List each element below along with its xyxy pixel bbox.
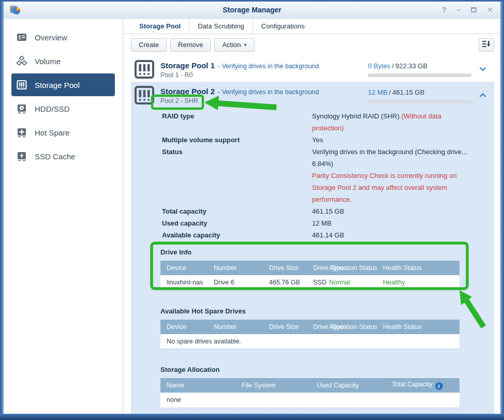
help-button[interactable]: ?	[442, 6, 447, 13]
field-value: Synology Hybrid RAID (SHR) (Without data…	[312, 110, 475, 134]
used-capacity-link[interactable]: 0 Bytes	[368, 62, 390, 70]
action-button-label: Action	[222, 41, 241, 49]
column-header-drive-type[interactable]: Drive Type	[307, 320, 329, 334]
drive-info-title: Drive Info	[160, 248, 494, 256]
usage-separator: /	[389, 88, 391, 96]
column-header-drive-size[interactable]: Drive Size	[263, 320, 307, 334]
total-capacity-text: 461.15 GB	[392, 88, 424, 96]
window-body: Overview Volume Storage Pool	[4, 19, 500, 414]
minimize-button[interactable]: –	[456, 6, 461, 13]
pool-row-storage-pool-1[interactable]: Storage Pool 1 - Verifying drives in the…	[131, 56, 494, 82]
window-controls: ? – ✕	[442, 6, 493, 13]
column-header-health-status[interactable]: Health Status	[377, 320, 459, 334]
hot-spare-icon	[16, 127, 27, 138]
column-header-number[interactable]: Number	[207, 261, 263, 275]
field-value: 461.15 GB	[312, 205, 475, 217]
pool-row-storage-pool-2[interactable]: Storage Pool 2 - Verifying drives in the…	[131, 82, 494, 108]
sidebar-item-ssd-cache[interactable]: SSD Cache	[11, 145, 115, 168]
info-icon[interactable]: i	[435, 382, 443, 390]
field-label: Total capacity	[162, 205, 312, 217]
column-header-allocation-status[interactable]: Allocation Status	[329, 320, 377, 334]
field-value: Yes	[312, 134, 475, 146]
status-value: Verifying drives in the background (Chec…	[312, 146, 475, 170]
storage-allocation-title: Storage Allocation	[160, 366, 494, 373]
tab-data-scrubbing[interactable]: Data Scrubbing	[189, 19, 253, 34]
detail-row-total-capacity: Total capacity 461.15 GB	[131, 205, 494, 217]
action-dropdown-button[interactable]: Action ▾	[214, 38, 254, 52]
close-button[interactable]: ✕	[487, 6, 493, 13]
sidebar-item-hdd-ssd[interactable]: HDD/SSD	[11, 97, 115, 120]
create-button[interactable]: Create	[131, 38, 167, 52]
empty-message: none	[160, 393, 459, 408]
sidebar-item-overview[interactable]: Overview	[11, 26, 115, 49]
sidebar-item-label: HDD/SSD	[35, 104, 70, 113]
column-header-name[interactable]: Name	[160, 378, 235, 393]
toolbar: Create Remove Action ▾	[123, 34, 500, 55]
chevron-down-icon: ▾	[244, 42, 247, 48]
storage-manager-window: Storage Manager ? – ✕ Overview Vol	[0, 0, 504, 420]
maximize-button[interactable]	[471, 7, 477, 12]
titlebar: Storage Manager ? – ✕	[4, 2, 500, 19]
detail-row-raid-type: RAID type Synology Hybrid RAID (SHR) (Wi…	[131, 110, 494, 134]
column-header-device[interactable]: Device	[160, 261, 207, 275]
hot-spare-empty-row: No spare drives available.	[160, 334, 459, 349]
hdd-icon	[16, 103, 27, 114]
pool-usage: 0 Bytes/922.33 GB	[368, 61, 471, 77]
sidebar-item-storage-pool[interactable]: Storage Pool	[11, 73, 115, 96]
column-header-number[interactable]: Number	[207, 320, 263, 334]
column-header-file-system[interactable]: File System	[235, 378, 310, 393]
sidebar-item-hot-spare[interactable]: Hot Spare	[11, 121, 115, 144]
pool-subtitle: Pool 2 - SHR	[160, 97, 368, 104]
storage-allocation-empty-row: none	[160, 393, 459, 408]
remove-button[interactable]: Remove	[170, 38, 211, 52]
total-capacity-text: 922.33 GB	[395, 62, 427, 70]
pool-list: Storage Pool 1 - Verifying drives in the…	[131, 56, 494, 420]
hot-spare-title: Available Hot Spare Drives	[160, 307, 494, 315]
detail-row-status: Status Verifying drives in the backgroun…	[131, 146, 494, 205]
window-title: Storage Manager	[4, 6, 500, 14]
cell-drive-type: SSD	[307, 275, 329, 290]
column-header-drive-type[interactable]: Drive Type	[307, 261, 329, 275]
field-label: RAID type	[162, 110, 312, 134]
pool-status: - Verifying drives in the background	[218, 63, 319, 70]
window-border-bottom	[0, 414, 504, 420]
pool-2-expanded-block: Storage Pool 2 - Verifying drives in the…	[131, 82, 494, 420]
field-label: Used capacity	[162, 217, 312, 229]
pool-name: Storage Pool 1	[160, 61, 215, 70]
create-button-label: Create	[139, 41, 159, 49]
sidebar-item-label: Overview	[35, 33, 67, 42]
detail-row-used-capacity: Used capacity 12 MB	[131, 217, 494, 229]
raid-type-value: Synology Hybrid RAID (SHR)	[312, 112, 399, 120]
expand-chevron-down-icon[interactable]	[471, 67, 494, 71]
column-header-used-capacity[interactable]: Used Capacity	[310, 378, 386, 393]
hot-spare-section: Available Hot Spare Drives Device Number…	[160, 307, 494, 350]
column-header-allocation-status[interactable]: Allocation Status	[329, 261, 377, 275]
column-header-drive-size[interactable]: Drive Size	[263, 261, 307, 275]
remove-button-label: Remove	[178, 41, 203, 49]
drive-info-section: Drive Info Device Number Drive Size Driv…	[160, 248, 494, 291]
field-value: 12 MB	[312, 217, 475, 229]
column-header-total-capacity[interactable]: Total Capacityi	[386, 378, 459, 393]
collapse-chevron-up-icon[interactable]	[471, 93, 494, 98]
tab-configurations[interactable]: Configurations	[253, 19, 313, 34]
field-label: Available capacity	[162, 229, 312, 241]
detail-row-multiple-volume-support: Multiple volume support Yes	[131, 134, 494, 146]
sidebar-item-volume[interactable]: Volume	[11, 50, 115, 72]
column-header-health-status[interactable]: Health Status	[377, 261, 459, 275]
drive-info-row[interactable]: linuxhint-nas Drive 6 465.76 GB SSD Norm…	[160, 275, 459, 290]
pool-status: - Verifying drives in the background	[218, 88, 319, 96]
used-capacity-link[interactable]: 12 MB	[368, 88, 388, 96]
main-panel: Storage Pool Data Scrubbing Configuratio…	[123, 19, 500, 414]
storage-allocation-table: Name File System Used Capacity Total Cap…	[160, 378, 459, 408]
sort-button[interactable]	[479, 38, 494, 52]
sort-descending-icon	[482, 40, 491, 49]
usage-progress-bar	[368, 100, 471, 103]
window-border-left	[0, 2, 4, 420]
hot-spare-table: Device Number Drive Size Drive Type Allo…	[160, 320, 459, 350]
pool-info: Storage Pool 1 - Verifying drives in the…	[160, 60, 368, 79]
cell-health-status: Healthy	[377, 275, 459, 290]
tab-storage-pool[interactable]: Storage Pool	[131, 19, 189, 34]
storage-pool-icon	[135, 85, 154, 105]
ssd-cache-icon	[16, 151, 27, 162]
column-header-device[interactable]: Device	[160, 320, 207, 334]
